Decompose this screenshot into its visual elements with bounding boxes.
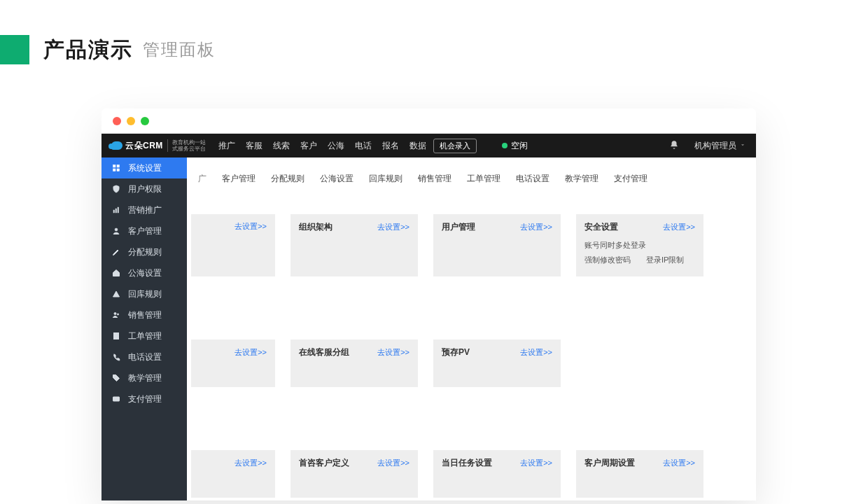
go-settings-link[interactable]: 去设置>> [520, 458, 552, 468]
status-label: 空闲 [511, 140, 528, 152]
sidebar-item[interactable]: 营销推广 [102, 200, 187, 220]
sidebar-item[interactable]: 客户管理 [102, 220, 187, 241]
settings-card: 则去设置>> [191, 450, 275, 498]
go-settings-link[interactable]: 去设置>> [234, 458, 267, 468]
settings-card: 用户管理去设置>> [433, 214, 561, 276]
svg-rect-5 [115, 209, 117, 213]
heading-sub: 管理面板 [143, 38, 216, 61]
user-label: 机构管理员 [694, 140, 736, 152]
pencil-icon [111, 247, 121, 257]
chevron-down-icon [739, 141, 746, 150]
sidebar-item-label: 用户权限 [128, 183, 162, 195]
minimize-dot[interactable] [127, 117, 135, 125]
sidebar-item-label: 客户管理 [128, 225, 162, 237]
sidebar-item-label: 分配规则 [128, 246, 162, 258]
user-menu[interactable]: 机构管理员 [694, 140, 746, 152]
bell-icon[interactable] [669, 140, 679, 152]
go-settings-link[interactable]: 去设置>> [520, 222, 552, 232]
sidebar-item[interactable]: 用户权限 [102, 178, 187, 200]
svg-rect-0 [113, 165, 116, 168]
cards-area: 去设置>>组织架构去设置>>用户管理去设置>>安全设置去设置>>账号同时多处登录… [187, 214, 756, 500]
nav-item[interactable]: 数据 [410, 140, 426, 152]
sub-tab[interactable]: 支付管理 [607, 169, 654, 189]
doc-icon [111, 331, 121, 341]
nav-item[interactable]: 公海 [328, 140, 344, 152]
nav-item[interactable]: 客服 [246, 140, 262, 152]
nav-items: 推广客服线索客户公海电话报名数据 [218, 140, 426, 152]
sub-tabs: 广客户管理分配规则公海设置回库规则销售管理工单管理电话设置教学管理支付管理 [187, 158, 756, 195]
go-settings-link[interactable]: 去设置>> [663, 222, 695, 232]
nav-item[interactable]: 线索 [273, 140, 290, 152]
go-settings-link[interactable]: 去设置>> [377, 458, 410, 468]
card-row: 则去设置>>首咨客户定义去设置>>当日任务设置去设置>>客户周期设置去设置>> [191, 450, 752, 498]
settings-card: 预存PV去设置>> [433, 340, 561, 387]
sidebar-item[interactable]: 工单管理 [102, 326, 187, 346]
status-dot-icon [502, 143, 507, 148]
sub-tab[interactable]: 公海设置 [313, 169, 360, 189]
record-button[interactable]: 机会录入 [433, 139, 477, 153]
sidebar-item-label: 销售管理 [128, 309, 162, 321]
browser-window: 云朵CRM 教育机构一站 式服务云平台 推广客服线索客户公海电话报名数据 机会录… [102, 108, 756, 500]
accent-block [0, 35, 29, 64]
settings-card: 在线客服分组去设置>> [290, 340, 418, 387]
nav-item[interactable]: 报名 [382, 140, 399, 152]
card-title: 客户周期设置 [584, 457, 635, 469]
card-title: 安全设置 [584, 221, 618, 233]
go-settings-link[interactable]: 去设置>> [663, 458, 695, 468]
go-settings-link[interactable]: 去设置>> [234, 221, 267, 232]
status: 空闲 [502, 140, 528, 152]
card-subtext: 强制修改密码 [584, 255, 631, 265]
top-nav: 云朵CRM 教育机构一站 式服务云平台 推广客服线索客户公海电话报名数据 机会录… [102, 134, 756, 158]
go-settings-link[interactable]: 去设置>> [377, 347, 410, 358]
card-subtext: 登录IP限制 [646, 255, 684, 265]
cloud-icon [111, 141, 122, 150]
maximize-dot[interactable] [141, 117, 149, 125]
card-row: 去设置>>组织架构去设置>>用户管理去设置>>安全设置去设置>>账号同时多处登录… [191, 214, 752, 276]
svg-rect-6 [118, 207, 119, 213]
svg-rect-3 [117, 169, 120, 172]
settings-card: 安全设置去设置>>账号同时多处登录强制修改密码登录IP限制 [576, 214, 704, 276]
card-title: 当日任务设置 [442, 457, 492, 469]
svg-point-13 [114, 376, 115, 377]
tag-icon [111, 373, 121, 383]
sidebar-item-label: 电话设置 [128, 351, 162, 363]
sub-tab[interactable]: 销售管理 [411, 169, 458, 189]
sidebar-item[interactable]: 教学管理 [102, 368, 187, 388]
sidebar-item-label: 营销推广 [128, 204, 162, 216]
go-settings-link[interactable]: 去设置>> [520, 347, 552, 358]
sidebar-item[interactable]: 回库规则 [102, 284, 187, 304]
sub-tab[interactable]: 分配规则 [264, 169, 312, 189]
go-settings-link[interactable]: 去设置>> [234, 347, 267, 358]
sidebar-item[interactable]: 电话设置 [102, 346, 187, 368]
go-settings-link[interactable]: 去设置>> [377, 222, 410, 232]
house-icon [111, 268, 121, 278]
sidebar-item[interactable]: 系统设置 [102, 158, 187, 178]
logo[interactable]: 云朵CRM 教育机构一站 式服务云平台 [111, 139, 206, 152]
svg-point-8 [114, 313, 116, 315]
sub-tab[interactable]: 教学管理 [558, 169, 606, 189]
sub-tab[interactable]: 电话设置 [509, 169, 556, 189]
card-title: 用户管理 [442, 221, 475, 233]
sidebar-item[interactable]: 销售管理 [102, 304, 187, 326]
nav-item[interactable]: 推广 [218, 140, 235, 152]
sub-tab[interactable]: 广 [191, 169, 214, 189]
card-row: 置去设置>>在线客服分组去设置>>预存PV去设置>> [191, 340, 752, 387]
heading-main: 产品演示 [43, 36, 133, 64]
sidebar-item[interactable]: 支付管理 [102, 388, 187, 410]
nav-item[interactable]: 电话 [355, 140, 372, 152]
phone-icon [111, 352, 121, 362]
sidebar-item-label: 系统设置 [128, 162, 162, 174]
nav-item[interactable]: 客户 [300, 140, 317, 152]
bars-icon [111, 205, 121, 215]
content: 广客户管理分配规则公海设置回库规则销售管理工单管理电话设置教学管理支付管理 去设… [187, 158, 756, 500]
sidebar-item[interactable]: 分配规则 [102, 241, 187, 262]
sub-tab[interactable]: 回库规则 [362, 169, 410, 189]
sub-tab[interactable]: 工单管理 [460, 169, 507, 189]
svg-point-7 [115, 228, 118, 231]
svg-rect-1 [117, 165, 120, 168]
sidebar-item[interactable]: 公海设置 [102, 262, 187, 284]
sidebar-item-label: 公海设置 [128, 267, 162, 279]
sidebar-item-label: 支付管理 [128, 393, 162, 405]
close-dot[interactable] [113, 117, 121, 125]
sub-tab[interactable]: 客户管理 [215, 169, 262, 189]
